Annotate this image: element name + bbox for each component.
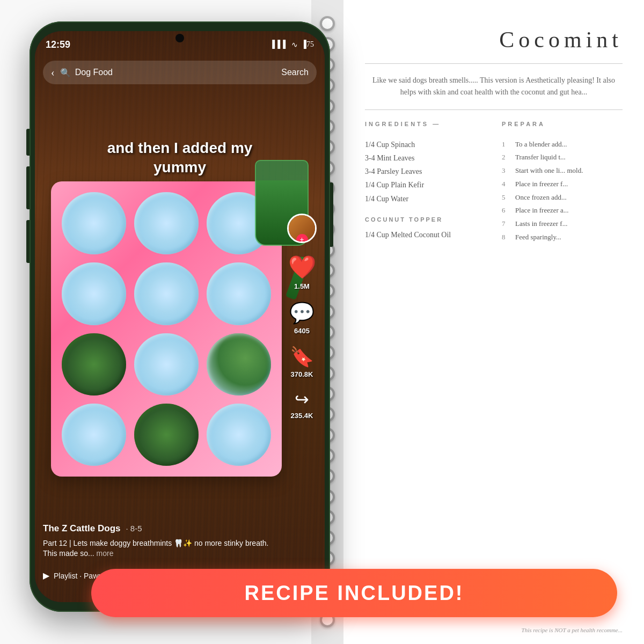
comment-icon: 💬	[289, 301, 314, 325]
mold-cell-10	[62, 404, 126, 466]
ingredient-1: 1/4 Cup Spinach	[365, 138, 486, 151]
signal-icon: ▌▌▌	[272, 40, 288, 49]
mold-grid	[51, 181, 282, 477]
status-bar: 12:59 ▌▌▌ ∿ ▐75	[35, 31, 325, 58]
post-date: · 8-5	[126, 524, 142, 533]
recipe-columns: INGREDIENTS — 1/4 Cup Spinach 3-4 Mint L…	[365, 121, 623, 244]
prep-step-3: 3 Start with one li... mold.	[502, 164, 623, 178]
banner-text: RECIPE INCLUDED!	[244, 582, 464, 605]
status-icons: ▌▌▌ ∿ ▐75	[272, 40, 314, 49]
ingredient-4: 1/4 Cup Plain Kefir	[365, 178, 486, 192]
wifi-icon: ∿	[291, 40, 298, 49]
status-time: 12:59	[46, 39, 70, 50]
preparation-column: PREPARA 1 To a blender add... 2 Transfer…	[502, 121, 623, 244]
search-input[interactable]: Dog Food	[75, 68, 282, 77]
prep-step-1: 1 To a blender add...	[502, 138, 623, 151]
phone-button-power	[330, 182, 333, 247]
prep-step-4: 4 Place in freezer f...	[502, 178, 623, 191]
comment-button[interactable]: 💬 6405	[289, 301, 314, 335]
phone-button-vol-up	[26, 166, 30, 209]
prep-step-8: 8 Feed sparingly...	[502, 231, 623, 244]
share-button[interactable]: ↪ 235.4K	[291, 389, 313, 420]
mold-cell-9	[207, 333, 271, 396]
prep-step-2: 2 Transfer liquid t...	[502, 151, 623, 164]
video-description: Part 12 | Lets make doggy breathmints 🦷✨…	[43, 538, 282, 559]
notebook-content: Cocomint Like we said dogs breath smells…	[343, 0, 644, 644]
search-icon: 🔍	[60, 68, 71, 78]
action-bar: + ❤️ 1.5M 💬 6405 🔖 370.8K ↪ 235.4K	[287, 214, 317, 420]
mold-cell-12	[207, 404, 271, 466]
mold-cell-5	[134, 262, 199, 325]
mold-cell-1	[62, 192, 126, 254]
bookmark-button[interactable]: 🔖 370.8K	[290, 346, 314, 378]
coconut-label: COCUNUT TOPPER	[365, 216, 486, 223]
preparation-label: PREPARA	[502, 121, 623, 127]
prep-step-6: 6 Place in freezer a...	[502, 204, 623, 217]
like-count: 1.5M	[294, 282, 310, 290]
phone-body: 12:59 ▌▌▌ ∿ ▐75 ‹ 🔍 Dog Food Search and …	[30, 21, 330, 612]
avatar: +	[287, 214, 317, 243]
bookmark-icon: 🔖	[290, 346, 314, 368]
mold-cell-11	[134, 404, 199, 466]
mold-tray	[51, 181, 282, 477]
caption-line1: and then I added my	[35, 138, 325, 158]
recipe-title: Cocomint	[365, 27, 623, 53]
notebook: Cocomint Like we said dogs breath smells…	[311, 0, 644, 644]
user-avatar-item: +	[287, 214, 317, 243]
mold-cell-4	[62, 262, 126, 325]
user-info: The Z Cattle Dogs · 8-5 Part 12 | Lets m…	[43, 523, 282, 559]
share-count: 235.4K	[291, 412, 313, 420]
ingredient-3: 3-4 Parsley Leaves	[365, 165, 486, 178]
search-button[interactable]: Search	[281, 68, 309, 77]
bookmark-count: 370.8K	[291, 370, 313, 378]
more-link[interactable]: more	[97, 549, 114, 558]
back-button[interactable]: ‹	[51, 67, 55, 79]
prep-step-5: 5 Once frozen add...	[502, 191, 623, 204]
comment-count: 6405	[294, 327, 310, 335]
mold-cell-7	[62, 333, 126, 396]
recipe-description: Like we said dogs breath smells..... Thi…	[365, 75, 623, 99]
share-icon: ↪	[295, 389, 309, 409]
battery-icon: ▐75	[301, 40, 314, 49]
phone: 12:59 ▌▌▌ ∿ ▐75 ‹ 🔍 Dog Food Search and …	[30, 21, 330, 612]
username-row: The Z Cattle Dogs · 8-5	[43, 523, 282, 534]
prep-step-7: 7 Lasts in freezer f...	[502, 217, 623, 231]
heart-icon: ❤️	[288, 254, 316, 280]
mold-cell-2	[134, 192, 199, 254]
phone-screen: 12:59 ▌▌▌ ∿ ▐75 ‹ 🔍 Dog Food Search and …	[35, 31, 325, 602]
phone-button-mute	[26, 129, 30, 156]
mold-cell-8	[134, 333, 199, 396]
search-bar[interactable]: ‹ 🔍 Dog Food Search	[43, 61, 317, 84]
divider	[365, 63, 623, 64]
phone-button-vol-down	[26, 220, 30, 263]
mold-cell-6	[207, 262, 271, 325]
ingredient-5: 1/4 Cup Water	[365, 192, 486, 206]
recipe-banner: RECIPE INCLUDED!	[91, 569, 617, 617]
playlist-icon: ▶	[43, 570, 49, 581]
follow-badge[interactable]: +	[296, 234, 308, 243]
coconut-ingredient: 1/4 Cup Melted Coconut Oil	[365, 228, 486, 241]
username[interactable]: The Z Cattle Dogs	[43, 523, 121, 534]
divider	[365, 109, 623, 110]
like-button[interactable]: ❤️ 1.5M	[288, 254, 316, 290]
disclaimer: This recipe is NOT a pet health recomme.…	[522, 627, 623, 633]
ingredient-2: 3-4 Mint Leaves	[365, 151, 486, 165]
ingredients-label: INGREDIENTS —	[365, 121, 486, 127]
ingredients-column: INGREDIENTS — 1/4 Cup Spinach 3-4 Mint L…	[365, 121, 486, 244]
